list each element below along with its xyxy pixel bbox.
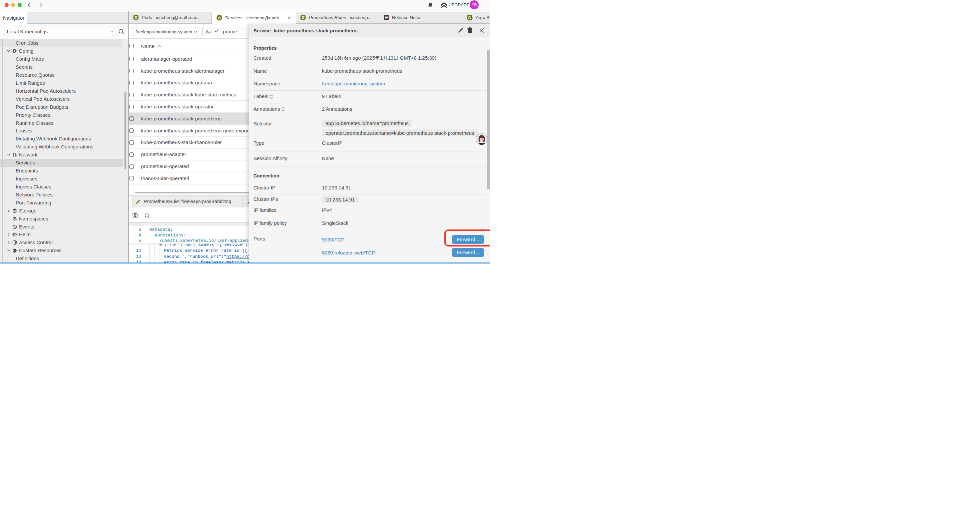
svg-text:HELM: HELM [13, 234, 17, 236]
